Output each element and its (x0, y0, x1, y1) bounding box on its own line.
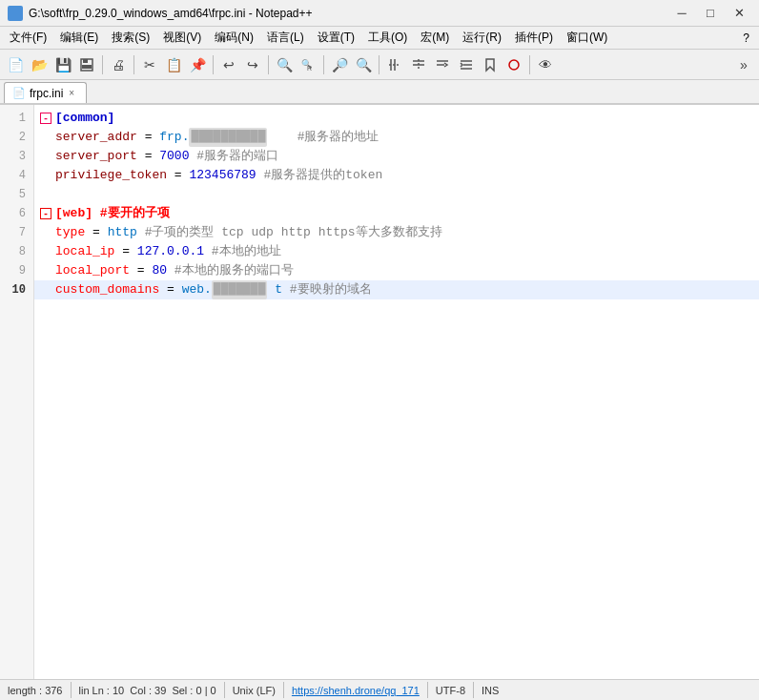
menu-lang[interactable]: 语言(L) (261, 28, 310, 48)
tb-bookmark[interactable] (479, 53, 502, 76)
toolbar-separator-5 (323, 55, 324, 74)
code-eq-2: = (137, 128, 159, 147)
tb-macro-record[interactable] (503, 53, 525, 76)
status-encoding: UTF-8 (428, 682, 474, 698)
maximize-button[interactable]: □ (698, 4, 723, 23)
code-key-8: local_ip (55, 242, 114, 261)
code-line-5 (34, 185, 759, 204)
tb-copy[interactable]: 📋 (162, 53, 185, 76)
code-val-2a: frp. (159, 128, 189, 147)
tb-sync-h[interactable] (407, 53, 430, 76)
menu-macro[interactable]: 宏(M) (415, 28, 455, 48)
code-eq-4: = (167, 166, 189, 185)
menu-help[interactable]: ? (737, 30, 755, 47)
status-line-ending: Unix (LF) (225, 682, 284, 698)
tb-zoom-out[interactable]: 🔍 (352, 53, 375, 76)
code-val-2-blurred: ██████████ (189, 128, 267, 147)
tb-print[interactable]: 🖨 (107, 53, 130, 76)
code-eq-10: = (159, 280, 181, 299)
tb-open[interactable]: 📂 (28, 53, 51, 76)
line-num-2: 2 (6, 128, 26, 147)
menu-settings[interactable]: 设置(T) (312, 28, 360, 48)
tb-paste[interactable]: 📌 (186, 53, 209, 76)
menu-edit[interactable]: 编辑(E) (54, 28, 104, 48)
line-num-1: 1 (6, 109, 26, 128)
tb-replace[interactable]: 🔍 R (297, 53, 319, 76)
menu-encode[interactable]: 编码(N) (209, 28, 259, 48)
menu-search[interactable]: 搜索(S) (106, 28, 155, 48)
menu-run[interactable]: 运行(R) (457, 28, 507, 48)
code-line-7: type = http #子项的类型 tcp udp http https等大多… (34, 223, 759, 242)
line-num-7: 7 (6, 223, 26, 242)
window-controls: ─ □ ✕ (669, 4, 751, 23)
status-mode: INS (474, 682, 506, 698)
tb-sync-v[interactable] (383, 53, 406, 76)
tb-zoom-in[interactable]: 🔎 (328, 53, 351, 76)
code-comment-2: #服务器的地址 (267, 128, 379, 147)
tb-new[interactable]: 📄 (4, 53, 27, 76)
tb-undo[interactable]: ↩ (217, 53, 240, 76)
status-length: length : 376 (8, 682, 72, 698)
code-eq-9: = (130, 261, 152, 280)
menu-view[interactable]: 视图(V) (157, 28, 207, 48)
code-line-1: - [common] (34, 109, 759, 128)
line-numbers: 1 2 3 4 5 6 7 8 9 10 (0, 105, 34, 679)
code-line-3: server_port = 7000 #服务器的端口 (34, 147, 759, 166)
app-icon (8, 6, 23, 21)
code-line-2: server_addr = frp. ██████████ #服务器的地址 (34, 128, 759, 147)
code-comment-3: #服务器的端口 (189, 147, 278, 166)
line-num-4: 4 (6, 166, 26, 185)
status-link-text[interactable]: https://shenh.drone/qq_171 (292, 685, 420, 696)
tb-saveall[interactable] (75, 53, 98, 76)
menu-file[interactable]: 文件(F) (4, 28, 52, 48)
code-line-6: - [web] #要开的子项 (34, 204, 759, 223)
fold-marker-6[interactable]: - (40, 208, 51, 219)
code-comment-10: #要映射的域名 (282, 280, 372, 299)
tab-close-button[interactable]: × (67, 87, 76, 99)
line-num-3: 3 (6, 147, 26, 166)
code-key-10: custom_domains (55, 280, 159, 299)
code-key-3: server_port (55, 147, 137, 166)
code-line-8: local_ip = 127.0.0.1 #本地的地址 (34, 242, 759, 261)
tb-cut[interactable]: ✂ (138, 53, 161, 76)
code-val-9: 80 (152, 261, 167, 280)
code-comment-4: #服务器提供的token (256, 166, 383, 185)
code-eq-3: = (137, 147, 159, 166)
tab-frpc-ini[interactable]: 📄 frpc.ini × (4, 82, 87, 103)
close-button[interactable]: ✕ (727, 4, 751, 23)
tb-redo[interactable]: ↪ (241, 53, 264, 76)
tb-toggle-panel[interactable]: 👁 (534, 53, 557, 76)
tb-save[interactable]: 💾 (51, 53, 74, 76)
code-section-common: [common] (55, 109, 114, 128)
tb-chevron[interactable]: » (732, 53, 755, 76)
toolbar-separator-2 (133, 55, 134, 74)
code-comment-8: #本地的地址 (204, 242, 281, 261)
fold-marker-1[interactable]: - (40, 113, 51, 124)
code-comment-7: #子项的类型 tcp udp http https等大多数都支持 (137, 223, 442, 242)
minimize-button[interactable]: ─ (669, 4, 694, 23)
line-num-10: 10 (6, 280, 26, 299)
code-key-9: local_port (55, 261, 130, 280)
code-val-3: 7000 (159, 147, 189, 166)
tb-find[interactable]: 🔍 (273, 53, 296, 76)
code-area[interactable]: - [common] server_addr = frp. ██████████… (34, 105, 759, 679)
svg-rect-2 (82, 65, 92, 69)
tab-file-icon: 📄 (12, 87, 26, 99)
menu-tools[interactable]: 工具(O) (362, 28, 413, 48)
toolbar-separator-3 (213, 55, 214, 74)
code-val-7: http (108, 223, 137, 242)
menu-plugins[interactable]: 插件(P) (509, 28, 559, 48)
svg-point-17 (509, 60, 519, 70)
code-val-10-blurred: ███████ (212, 280, 268, 299)
tb-word-wrap[interactable] (431, 53, 454, 76)
status-link[interactable]: https://shenh.drone/qq_171 (284, 682, 428, 698)
svg-rect-1 (83, 59, 88, 63)
line-num-9: 9 (6, 261, 26, 280)
menu-window[interactable]: 窗口(W) (561, 28, 613, 48)
tb-indent[interactable] (455, 53, 478, 76)
line-num-5: 5 (6, 185, 26, 204)
code-line-10: custom_domains = web. ███████ t #要映射的域名 (34, 280, 759, 299)
code-section-web: [web] (55, 204, 92, 223)
code-line-4: privilege_token = 123456789 #服务器提供的token (34, 166, 759, 185)
tab-bar: 📄 frpc.ini × (0, 80, 759, 105)
